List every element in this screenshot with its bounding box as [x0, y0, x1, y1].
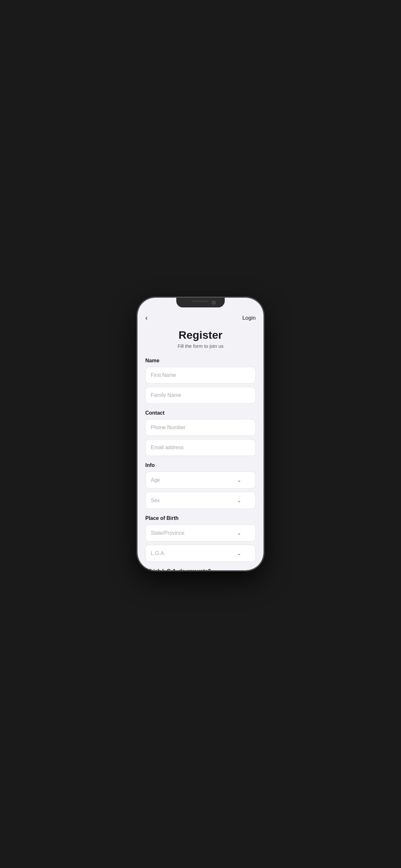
vote-section-label: Which L.G.A. do you vote?	[145, 568, 256, 570]
sex-placeholder: Sex	[151, 498, 160, 503]
birth-lga-placeholder: L.G.A.	[151, 551, 165, 556]
page-title: Register	[145, 329, 256, 341]
age-placeholder: Age	[151, 477, 160, 483]
family-name-input[interactable]	[145, 387, 256, 404]
scroll-content: Register Fill the form to join us Name C…	[137, 326, 264, 570]
age-chevron-icon: ⌄	[237, 477, 241, 483]
birth-lga-select-wrapper: L.G.A. ⌄	[145, 545, 256, 562]
camera	[212, 301, 216, 305]
age-select-wrapper: Age ⌄	[145, 471, 256, 489]
speaker	[192, 300, 209, 302]
first-name-input[interactable]	[145, 367, 256, 383]
phone-screen: ‹ Login Register Fill the form to join u…	[137, 298, 264, 570]
place-of-birth-field-group: State/Province ⌄ L.G.A. ⌄	[145, 524, 256, 562]
email-input[interactable]	[145, 439, 256, 456]
sex-select[interactable]: Sex ⌄	[145, 492, 256, 509]
sex-select-wrapper: Sex ⌄	[145, 492, 256, 509]
birth-lga-select[interactable]: L.G.A. ⌄	[145, 545, 256, 562]
birth-lga-chevron-icon: ⌄	[237, 550, 241, 556]
contact-section-label: Contact	[145, 410, 256, 416]
birth-state-placeholder: State/Province	[151, 530, 184, 536]
nav-bar: ‹ Login	[137, 312, 264, 326]
name-section-label: Name	[145, 358, 256, 364]
phone-input[interactable]	[145, 419, 256, 436]
info-section-label: Info	[145, 462, 256, 468]
notch	[176, 298, 225, 307]
back-button[interactable]: ‹	[145, 314, 148, 321]
page-subtitle: Fill the form to join us	[145, 343, 256, 349]
phone-frame: ‹ Login Register Fill the form to join u…	[137, 298, 264, 570]
login-button[interactable]: Login	[242, 315, 256, 321]
birth-state-select-wrapper: State/Province ⌄	[145, 524, 256, 541]
age-select[interactable]: Age ⌄	[145, 471, 256, 489]
name-field-group	[145, 367, 256, 404]
sex-chevron-icon: ⌄	[237, 497, 241, 503]
place-of-birth-section-label: Place of Birth	[145, 516, 256, 521]
birth-state-chevron-icon: ⌄	[237, 530, 241, 536]
birth-state-select[interactable]: State/Province ⌄	[145, 524, 256, 541]
info-field-group: Age ⌄ Sex ⌄	[145, 471, 256, 509]
contact-field-group	[145, 419, 256, 456]
